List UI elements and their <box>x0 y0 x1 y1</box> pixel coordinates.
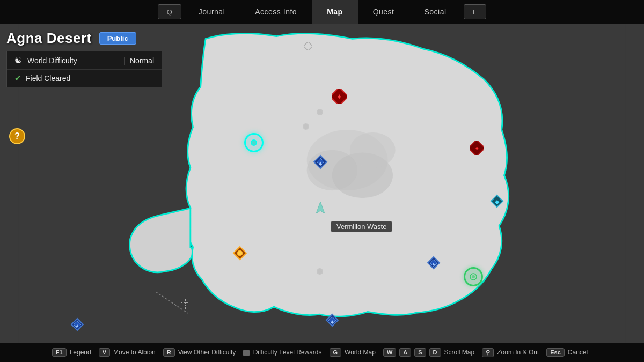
marker-blue-camp-2[interactable]: ▲ <box>427 256 441 272</box>
question-icon: ? <box>9 128 25 144</box>
teal-diamond-icon: ◆ <box>490 194 504 208</box>
public-badge: Public <box>99 32 136 45</box>
key-a: A <box>399 348 411 357</box>
circle-icon-3 <box>317 268 323 275</box>
world-difficulty-label: World Difficulty <box>27 56 119 65</box>
key-zoom: ⚲ <box>482 348 494 357</box>
nav-quest[interactable]: Quest <box>358 0 409 24</box>
map-area[interactable]: Agna Desert Public ☯ World Difficulty | … <box>0 24 644 343</box>
key-q: Q <box>158 4 181 19</box>
move-label: Move to Albion <box>113 349 156 356</box>
svg-text:▲: ▲ <box>75 323 80 328</box>
svg-text:▲: ▲ <box>318 160 323 166</box>
field-cleared-label: Field Cleared <box>26 74 154 83</box>
marker-empty-2[interactable] <box>303 123 309 130</box>
marker-empty-1[interactable] <box>317 109 323 115</box>
nav-map[interactable]: Map <box>312 0 358 24</box>
key-r: R <box>163 348 175 357</box>
svg-rect-31 <box>304 42 312 50</box>
world-difficulty-row: ☯ World Difficulty | Normal <box>7 51 162 70</box>
diff-rewards-label: Difficulty Level Rewards <box>243 349 321 356</box>
circle-icon-1 <box>317 109 323 115</box>
circle-icon-2 <box>303 123 309 130</box>
svg-text:▲: ▲ <box>431 261 436 267</box>
marker-orange-resource[interactable] <box>232 246 247 263</box>
svg-marker-32 <box>316 202 325 213</box>
marker-blue-camp-3[interactable]: ▲ <box>70 317 84 334</box>
dashed-path-area <box>150 286 193 319</box>
key-g: G <box>330 348 342 357</box>
cyan-circle-inner <box>251 139 257 146</box>
green-target-inner <box>469 272 478 282</box>
svg-point-26 <box>472 275 475 278</box>
marker-teleport-cyan[interactable] <box>244 133 264 152</box>
blue-diamond-icon-4: ▲ <box>325 313 339 327</box>
key-f1: F1 <box>52 348 67 357</box>
difficulty-separator: | <box>123 56 126 65</box>
key-e: E <box>464 4 487 19</box>
orange-diamond-icon <box>232 246 247 261</box>
marker-blue-camp-1[interactable]: ▲ <box>313 154 328 172</box>
marker-enemy-red-right[interactable]: ✦ <box>470 141 484 157</box>
nav-journal[interactable]: Journal <box>184 0 240 24</box>
difficulty-icon: ☯ <box>14 55 22 65</box>
svg-text:✦: ✦ <box>474 145 479 152</box>
info-box: ☯ World Difficulty | Normal ✔ Field Clea… <box>6 51 162 87</box>
key-v: V <box>99 348 110 357</box>
cyan-circle-icon <box>244 133 264 152</box>
marker-green-target[interactable] <box>464 267 483 286</box>
marker-question[interactable]: ? <box>9 128 25 144</box>
svg-point-24 <box>237 250 243 256</box>
red-enemy-icon-right: ✦ <box>470 141 484 155</box>
nav-social[interactable]: Social <box>409 0 461 24</box>
player-arrow-icon <box>316 202 325 213</box>
area-title-row: Agna Desert Public <box>6 30 162 47</box>
blue-diamond-icon-1: ▲ <box>313 154 328 169</box>
key-d: D <box>429 348 441 357</box>
field-cleared-row: ✔ Field Cleared <box>7 70 162 87</box>
overlay-panel: Agna Desert Public ☯ World Difficulty | … <box>6 30 162 87</box>
blue-diamond-icon-2: ▲ <box>427 256 441 270</box>
svg-point-4 <box>350 132 396 168</box>
nav-access-info[interactable]: Access Info <box>240 0 312 24</box>
key-w: W <box>383 348 396 357</box>
marker-enemy-red-top[interactable]: ✦ <box>332 89 347 106</box>
svg-text:✦: ✦ <box>336 93 342 101</box>
svg-text:◆: ◆ <box>495 198 500 205</box>
red-enemy-icon-top: ✦ <box>332 89 347 104</box>
checkmark-icon: ✔ <box>14 73 21 83</box>
scroll-label: Scroll Map <box>444 349 475 356</box>
bottom-bar: F1 Legend V Move to Albion R View Other … <box>0 343 644 362</box>
cancel-label: Cancel <box>568 349 588 356</box>
marker-top-notch <box>304 42 312 52</box>
marker-empty-3[interactable] <box>317 268 323 275</box>
world-difficulty-value: Normal <box>130 56 154 65</box>
area-name: Agna Desert <box>6 30 92 47</box>
zoom-label: Zoom In & Out <box>497 349 539 356</box>
player-cursor <box>316 202 325 216</box>
blue-diamond-icon-3: ▲ <box>70 317 84 331</box>
green-circle-icon <box>464 267 483 286</box>
key-s: S <box>414 348 426 357</box>
svg-text:▲: ▲ <box>330 319 335 324</box>
marker-info-teal[interactable]: ◆ <box>490 194 504 210</box>
notch-icon <box>304 42 312 50</box>
key-esc: Esc <box>546 348 565 357</box>
dashed-path-svg <box>150 286 193 319</box>
marker-blue-camp-4[interactable]: ▲ <box>325 313 339 329</box>
view-label: View Other Difficulty <box>178 349 236 356</box>
top-navigation: Q Journal Access Info Map Quest Social E <box>0 0 644 24</box>
worldmap-label: World Map <box>345 349 376 356</box>
legend-label: Legend <box>70 349 91 356</box>
